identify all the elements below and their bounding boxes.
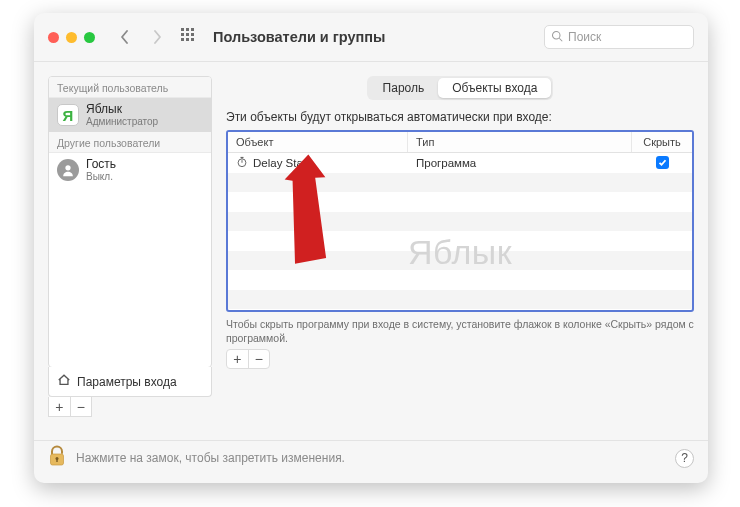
lock-hint-text: Нажмите на замок, чтобы запретить измене… (76, 451, 665, 465)
section-current-user: Текущий пользователь (49, 77, 211, 98)
hide-checkbox[interactable] (656, 156, 669, 169)
add-user-button[interactable]: + (49, 397, 71, 416)
login-items-table: Объект Тип Скрыть Delay Start (226, 130, 694, 312)
guest-status: Выкл. (86, 171, 116, 182)
main-panel: Пароль Объекты входа Эти объекты будут о… (226, 76, 694, 417)
sidebar: Текущий пользователь Я Яблык Администрат… (48, 76, 212, 417)
svg-line-1 (559, 38, 562, 41)
tab-password[interactable]: Пароль (369, 78, 439, 98)
footer: Нажмите на замок, чтобы запретить измене… (48, 445, 694, 471)
table-header: Объект Тип Скрыть (228, 132, 692, 153)
tab-login-items[interactable]: Объекты входа (438, 78, 551, 98)
avatar-guest-icon (57, 159, 79, 181)
footer-divider (34, 440, 708, 441)
svg-point-0 (553, 31, 561, 39)
svg-rect-5 (241, 157, 244, 158)
sidebar-add-remove: + − (48, 397, 92, 417)
close-window-button[interactable] (48, 32, 59, 43)
preferences-window: Пользователи и группы Поиск Текущий поль… (34, 13, 708, 483)
search-input[interactable]: Поиск (544, 25, 694, 49)
user-list: Текущий пользователь Я Яблык Администрат… (48, 76, 212, 368)
login-options-button[interactable]: Параметры входа (48, 367, 212, 397)
svg-rect-10 (56, 459, 57, 462)
avatar: Я (57, 104, 79, 126)
titlebar: Пользователи и группы Поиск (34, 13, 708, 61)
back-button[interactable] (113, 25, 137, 49)
row-object-name: Delay Start (253, 157, 310, 169)
minimize-window-button[interactable] (66, 32, 77, 43)
house-icon (57, 373, 71, 390)
user-row-guest[interactable]: Гость Выкл. (49, 153, 211, 187)
user-name: Яблык (86, 103, 158, 116)
guest-name: Гость (86, 158, 116, 171)
row-type: Программа (408, 157, 632, 169)
remove-user-button[interactable]: − (71, 397, 92, 416)
forward-button[interactable] (145, 25, 169, 49)
section-other-users: Другие пользователи (49, 132, 211, 153)
login-options-label: Параметры входа (77, 375, 177, 389)
user-role: Администратор (86, 116, 158, 127)
add-login-item-button[interactable]: + (227, 350, 249, 368)
search-placeholder: Поиск (568, 30, 601, 44)
tab-segmented-control: Пароль Объекты входа (367, 76, 554, 100)
lock-button[interactable] (48, 445, 66, 471)
svg-point-2 (65, 165, 70, 170)
watermark: Яблык (228, 233, 692, 272)
user-row-current[interactable]: Я Яблык Администратор (49, 98, 211, 132)
window-controls (48, 32, 95, 43)
hide-hint-text: Чтобы скрыть программу при входе в систе… (226, 318, 694, 345)
stopwatch-icon (236, 156, 248, 170)
table-row[interactable]: Delay Start Программа (228, 153, 692, 173)
login-items-description: Эти объекты будут открываться автоматиче… (226, 110, 694, 124)
help-button[interactable]: ? (675, 449, 694, 468)
window-title: Пользователи и группы (213, 29, 385, 45)
column-hide[interactable]: Скрыть (632, 132, 692, 152)
search-icon (551, 30, 563, 45)
login-items-add-remove: + − (226, 349, 270, 369)
remove-login-item-button[interactable]: − (249, 350, 270, 368)
column-type[interactable]: Тип (408, 132, 632, 152)
table-background (228, 153, 692, 309)
zoom-window-button[interactable] (84, 32, 95, 43)
column-object[interactable]: Объект (228, 132, 408, 152)
show-all-icon[interactable] (181, 28, 199, 46)
